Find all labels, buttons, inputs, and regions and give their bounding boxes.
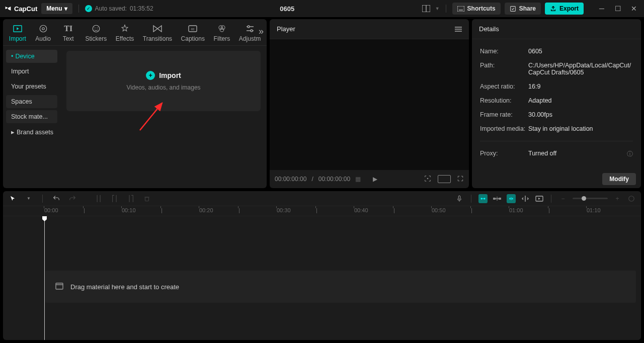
tab-transitions[interactable]: Transitions: [139, 22, 176, 45]
magnet-main-icon[interactable]: [478, 194, 488, 203]
detail-row-proxy: Proxy:Turned offⓘ: [480, 146, 633, 162]
ratio-button[interactable]: [438, 175, 451, 183]
timeline-panel: ▼ ⎮⎮ ⎡⎮ ⎮⎤ − + 00:00 | 00:10 | 00:20 |: [3, 191, 641, 340]
tab-label: Import: [9, 35, 26, 42]
sidebar-item-device[interactable]: •Device: [6, 50, 57, 63]
share-button[interactable]: Share: [505, 3, 541, 15]
check-icon: ✓: [85, 5, 92, 12]
split-tool[interactable]: ⎮⎮: [94, 194, 103, 203]
tab-effects[interactable]: Effects: [112, 22, 138, 45]
close-button[interactable]: ✕: [628, 3, 640, 15]
svg-point-15: [220, 28, 224, 32]
playhead[interactable]: [44, 216, 45, 340]
grid-icon[interactable]: ▦: [355, 176, 361, 183]
minimize-button[interactable]: ─: [596, 3, 608, 15]
detail-row-resolution: Resolution:Adapted: [480, 94, 633, 108]
svg-point-9: [95, 28, 96, 29]
timeline-ruler[interactable]: 00:00 | 00:10 | 00:20 | 00:30 | 00:40 | …: [3, 206, 641, 216]
maximize-button[interactable]: ☐: [612, 3, 624, 15]
redo-button[interactable]: [68, 194, 77, 203]
import-card[interactable]: + Import Videos, audios, and images: [66, 51, 261, 111]
detail-row-framerate: Frame rate:30.00fps: [480, 108, 633, 122]
timeline-body[interactable]: Drag material here and start to create: [3, 216, 641, 340]
tab-label: Stickers: [85, 35, 107, 42]
dropdown-caret-icon[interactable]: ▼: [435, 6, 440, 11]
sidebar-item-brand[interactable]: ▸Brand assets: [6, 125, 57, 139]
ruler-tick-minor: |: [161, 207, 163, 213]
detail-value: Stay in original location: [528, 125, 633, 132]
zoom-out-button[interactable]: −: [558, 194, 568, 203]
svg-point-7: [42, 28, 44, 30]
detail-row-imported: Imported media:Stay in original location: [480, 122, 633, 136]
fullscreen-icon[interactable]: [457, 175, 464, 184]
tab-audio[interactable]: Audio: [31, 22, 55, 45]
trim-left-tool[interactable]: ⎡⎮: [110, 194, 119, 203]
modify-button[interactable]: Modify: [602, 173, 636, 185]
sidebar-item-presets[interactable]: Your presets: [6, 80, 57, 93]
effects-icon: [120, 24, 129, 33]
tabs-more-icon[interactable]: »: [259, 26, 264, 37]
trim-right-tool[interactable]: ⎮⎤: [126, 194, 135, 203]
mic-icon[interactable]: [455, 194, 464, 203]
zoom-slider[interactable]: [573, 198, 608, 199]
tab-label: Text: [63, 35, 74, 42]
timeline-drop-hint[interactable]: Drag material here and start to create: [45, 271, 636, 303]
detail-value: 16:9: [528, 83, 633, 90]
sidebar-item-stock[interactable]: Stock mate...: [6, 110, 57, 123]
undo-button[interactable]: [52, 194, 61, 203]
detail-row-name: Name:0605: [480, 44, 633, 58]
tab-captions[interactable]: cc Captions: [177, 22, 209, 45]
layout-icon[interactable]: [421, 4, 431, 14]
tab-import[interactable]: Import: [5, 22, 30, 45]
delete-tool[interactable]: [142, 194, 151, 203]
zoom-fit-icon[interactable]: [627, 194, 636, 203]
time-sep: /: [311, 176, 313, 183]
tool-dropdown-icon[interactable]: ▼: [24, 194, 33, 203]
preview-icon[interactable]: [535, 194, 544, 203]
logo-icon: [4, 5, 12, 13]
slider-thumb[interactable]: [582, 196, 586, 201]
detail-value: Adapted: [528, 97, 633, 104]
align-icon[interactable]: [521, 194, 530, 203]
zoom-in-button[interactable]: +: [613, 194, 622, 203]
sidebar-item-label: Your presets: [11, 83, 46, 90]
sidebar-item-label: Spaces: [11, 98, 32, 105]
media-content: + Import Videos, audios, and images: [60, 46, 267, 188]
export-button[interactable]: Export: [545, 3, 584, 15]
shortcuts-button[interactable]: Shortcuts: [452, 3, 501, 15]
plus-icon: +: [146, 71, 155, 80]
link-tracks-icon[interactable]: [493, 194, 502, 203]
player-viewport[interactable]: [270, 39, 469, 170]
titlebar: CapCut Menu ▾ ✓ Auto saved: 01:35:52 060…: [0, 0, 644, 17]
sidebar-item-label: Import: [11, 68, 29, 75]
audio-icon: [39, 24, 48, 33]
info-icon[interactable]: ⓘ: [627, 150, 633, 158]
svg-point-17: [248, 26, 250, 28]
tab-text[interactable]: TI Text: [56, 22, 80, 45]
import-icon: [13, 24, 22, 33]
autosave-status: ✓ Auto saved: 01:35:52: [85, 5, 153, 12]
svg-rect-29: [499, 198, 501, 200]
sidebar-item-import[interactable]: Import: [6, 65, 57, 78]
play-button[interactable]: ▶: [373, 176, 377, 183]
autosave-time: 01:35:52: [130, 5, 153, 12]
detail-label: Name:: [480, 48, 528, 55]
cursor-tool[interactable]: [8, 194, 17, 203]
player-header: Player: [270, 19, 469, 39]
magnet-icon[interactable]: [507, 194, 516, 203]
sidebar-item-spaces[interactable]: Spaces: [6, 95, 57, 108]
ruler-tick: 01:00: [509, 207, 523, 213]
scan-icon[interactable]: [424, 175, 432, 184]
divider: [446, 5, 446, 13]
svg-point-19: [251, 30, 253, 32]
time-current: 00:00:00:00: [275, 176, 306, 183]
svg-point-14: [221, 26, 225, 30]
hamburger-icon[interactable]: [455, 27, 462, 32]
media-icon: [55, 283, 63, 291]
adjustment-icon: [246, 24, 255, 33]
ruler-tick-minor: |: [393, 207, 395, 213]
tab-stickers[interactable]: Stickers: [82, 22, 111, 45]
tab-filters[interactable]: Filters: [210, 22, 234, 45]
bullet-icon: •: [11, 53, 13, 60]
menu-button[interactable]: Menu ▾: [41, 3, 72, 14]
